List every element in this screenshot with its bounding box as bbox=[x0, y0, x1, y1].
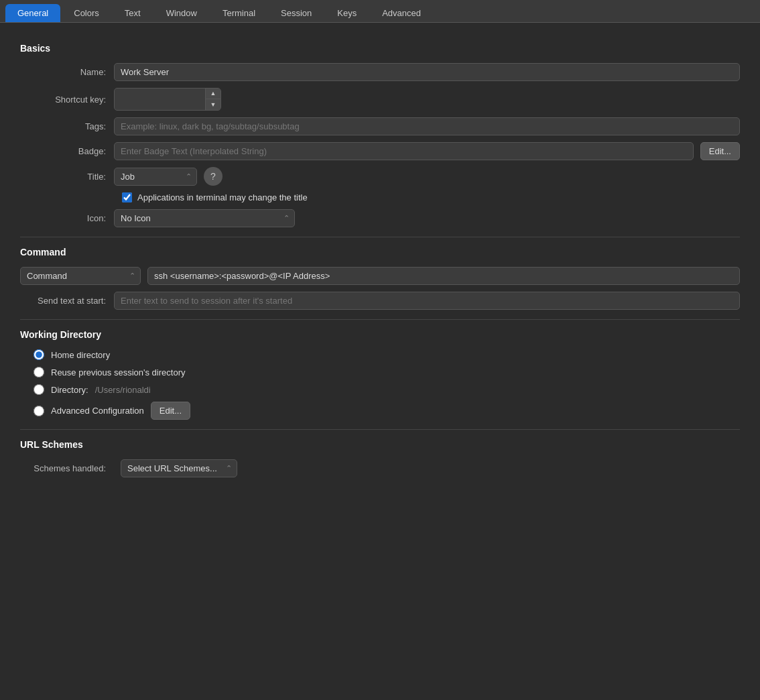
tab-text[interactable]: Text bbox=[113, 4, 153, 22]
tab-advanced[interactable]: Advanced bbox=[370, 4, 433, 22]
shortcut-stepper: ▲ ▼ bbox=[114, 88, 221, 111]
divider-2 bbox=[20, 319, 740, 320]
radio-home-label: Home directory bbox=[51, 350, 110, 360]
radio-advanced-config-label: Advanced Configuration bbox=[51, 406, 144, 416]
radio-reuse-row: Reuse previous session's directory bbox=[34, 367, 740, 377]
send-text-input[interactable] bbox=[114, 292, 740, 310]
title-label: Title: bbox=[20, 172, 114, 182]
radio-directory-row: Directory: /Users/rionaldi bbox=[34, 384, 740, 395]
tags-row: Tags: bbox=[20, 117, 740, 135]
command-input[interactable] bbox=[147, 267, 740, 285]
command-type-wrapper: Command Login Shell Custom Shell ⌃ bbox=[20, 267, 141, 285]
radio-advanced-config-row: Advanced Configuration Edit... bbox=[34, 402, 740, 420]
shortcut-decrement[interactable]: ▼ bbox=[206, 99, 220, 110]
icon-label: Icon: bbox=[20, 213, 114, 223]
icon-control: No Icon ⌃ bbox=[114, 209, 740, 227]
icon-select-wrapper: No Icon ⌃ bbox=[114, 209, 295, 227]
radio-reuse[interactable] bbox=[34, 367, 44, 377]
tags-control bbox=[114, 117, 740, 135]
main-content: Basics Name: Shortcut key: ▲ ▼ Tags: Bad… bbox=[0, 23, 760, 498]
radio-reuse-label: Reuse previous session's directory bbox=[51, 367, 185, 377]
shortcut-increment[interactable]: ▲ bbox=[206, 89, 220, 99]
title-help-button[interactable]: ? bbox=[204, 167, 223, 186]
tab-keys[interactable]: Keys bbox=[325, 4, 369, 22]
tab-terminal[interactable]: Terminal bbox=[210, 4, 267, 22]
schemes-control: Select URL Schemes... ⌃ bbox=[121, 459, 740, 477]
title-change-checkbox[interactable] bbox=[122, 192, 132, 202]
radio-directory-label: Directory: bbox=[51, 385, 88, 395]
icon-row: Icon: No Icon ⌃ bbox=[20, 209, 740, 227]
name-label: Name: bbox=[20, 67, 114, 77]
divider-3 bbox=[20, 429, 740, 430]
advanced-config-edit-button[interactable]: Edit... bbox=[151, 402, 190, 420]
schemes-row: Schemes handled: Select URL Schemes... ⌃ bbox=[20, 459, 740, 477]
send-text-label: Send text at start: bbox=[20, 296, 114, 306]
badge-label: Badge: bbox=[20, 146, 114, 156]
command-row: Command Login Shell Custom Shell ⌃ bbox=[20, 267, 740, 285]
command-type-select[interactable]: Command Login Shell Custom Shell bbox=[20, 267, 141, 285]
title-control: Job Name Session Name ⌃ ? bbox=[114, 167, 740, 186]
command-title: Command bbox=[20, 247, 740, 257]
divider-1 bbox=[20, 237, 740, 237]
title-change-label: Applications in terminal may change the … bbox=[137, 192, 308, 202]
name-row: Name: bbox=[20, 63, 740, 81]
name-input[interactable] bbox=[114, 63, 740, 81]
badge-row: Badge: Edit... bbox=[20, 142, 740, 160]
badge-edit-button[interactable]: Edit... bbox=[700, 142, 740, 160]
title-checkbox-row: Applications in terminal may change the … bbox=[122, 192, 740, 202]
tab-bar: General Colors Text Window Terminal Sess… bbox=[0, 0, 760, 23]
radio-advanced-config[interactable] bbox=[34, 406, 44, 416]
send-text-control bbox=[114, 292, 740, 310]
schemes-label: Schemes handled: bbox=[20, 463, 114, 473]
shortcut-row: Shortcut key: ▲ ▼ bbox=[20, 88, 740, 111]
tab-general[interactable]: General bbox=[5, 4, 60, 22]
badge-input[interactable] bbox=[114, 142, 694, 160]
tab-session[interactable]: Session bbox=[269, 4, 324, 22]
name-control bbox=[114, 63, 740, 81]
working-dir-title: Working Directory bbox=[20, 329, 740, 340]
schemes-select-wrapper: Select URL Schemes... ⌃ bbox=[121, 459, 237, 477]
tab-window[interactable]: Window bbox=[154, 4, 209, 22]
tags-input[interactable] bbox=[114, 117, 740, 135]
working-dir-radio-group: Home directory Reuse previous session's … bbox=[34, 349, 740, 420]
tags-label: Tags: bbox=[20, 121, 114, 131]
directory-path: /Users/rionaldi bbox=[95, 385, 151, 395]
url-schemes-title: URL Schemes bbox=[20, 439, 740, 450]
shortcut-control: ▲ ▼ bbox=[114, 88, 740, 111]
title-row: Title: Job Name Session Name ⌃ ? bbox=[20, 167, 740, 186]
title-inner-row: Job Name Session Name ⌃ ? bbox=[114, 167, 740, 186]
shortcut-stepper-buttons: ▲ ▼ bbox=[205, 89, 220, 110]
radio-home[interactable] bbox=[34, 349, 44, 360]
radio-directory[interactable] bbox=[34, 384, 44, 395]
icon-select[interactable]: No Icon bbox=[114, 209, 295, 227]
title-select-wrapper: Job Name Session Name ⌃ bbox=[114, 168, 197, 186]
tab-colors[interactable]: Colors bbox=[62, 4, 111, 22]
badge-control: Edit... bbox=[114, 142, 740, 160]
shortcut-display bbox=[115, 96, 205, 103]
shortcut-label: Shortcut key: bbox=[20, 95, 114, 105]
title-select[interactable]: Job Name Session Name bbox=[114, 168, 197, 186]
radio-home-row: Home directory bbox=[34, 349, 740, 360]
send-text-row: Send text at start: bbox=[20, 292, 740, 310]
basics-title: Basics bbox=[20, 43, 740, 54]
schemes-select[interactable]: Select URL Schemes... bbox=[121, 459, 237, 477]
